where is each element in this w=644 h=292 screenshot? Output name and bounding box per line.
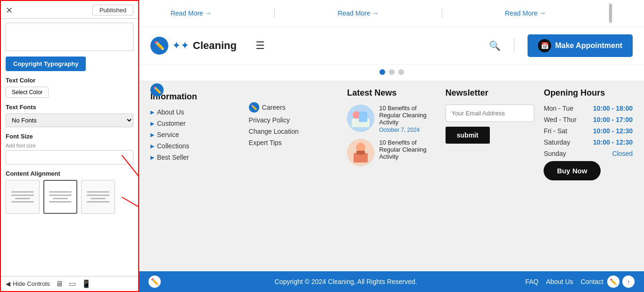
font-size-hint: Add font size <box>6 143 133 148</box>
section-edit-icon[interactable]: ✏️ <box>150 83 164 97</box>
mobile-icon[interactable]: 📱 <box>82 279 91 288</box>
newsletter-email-input[interactable] <box>446 105 535 122</box>
footer-section: ✏️ Information ▶About Us ▶Customer ▶Serv… <box>139 81 644 271</box>
news-image-2 <box>347 139 374 166</box>
bottom-link-about[interactable]: About Us <box>546 278 573 285</box>
logo-icon: ✏️ <box>150 37 168 55</box>
hours-row-5: Sunday Closed <box>544 150 633 157</box>
text-color-label: Text Color <box>6 77 133 84</box>
bottom-link-contact[interactable]: Contact <box>581 278 603 285</box>
main-content: Read More → Read More → Read More → ✏️ ✦… <box>139 0 644 292</box>
alignment-row <box>6 180 133 214</box>
news-date-1: October 7, 2024 <box>379 127 436 133</box>
align-center-button[interactable] <box>43 180 77 214</box>
desktop-icon[interactable]: 🖥 <box>56 280 63 288</box>
pencil-icon: ✏️ <box>151 278 159 285</box>
logo-text: Cleaning <box>193 40 237 52</box>
copyright-text: Copyright © 2024 Cleaning, All Rights Re… <box>166 278 525 285</box>
bottom-edit-circle[interactable]: ✏️ <box>607 276 619 288</box>
newsletter-title: Newsletter <box>446 88 535 98</box>
panel-top-bar: ✕ Published <box>1 1 138 19</box>
svg-rect-5 <box>359 112 367 122</box>
published-button[interactable]: Published <box>92 5 133 16</box>
footer-link-collections[interactable]: ▶Collections <box>150 142 239 150</box>
footer-link-about[interactable]: ▶About Us <box>150 108 239 116</box>
select-color-button[interactable]: Select Color <box>6 87 49 98</box>
latest-news-title: Latest News <box>347 88 436 98</box>
panel-textarea[interactable] <box>6 23 133 51</box>
newsletter-col: Newsletter submit <box>446 88 535 267</box>
hours-label-4: Saturday <box>544 138 570 146</box>
footer-link-bestseller[interactable]: ▶Best Seller <box>150 154 239 161</box>
hide-controls-icon: ◀ <box>6 280 10 287</box>
hours-closed-5: Closed <box>612 150 633 157</box>
font-size-input[interactable] <box>6 150 133 164</box>
hours-row-2: Wed - Thur 10:00 - 17:00 <box>544 116 633 123</box>
dot-3[interactable] <box>398 69 404 75</box>
up-arrow-icon: ↑ <box>627 278 630 285</box>
readmore-link-2[interactable]: Read More → <box>338 9 379 17</box>
newsletter-submit-button[interactable]: submit <box>446 127 490 144</box>
information-title: Information <box>150 92 239 102</box>
align-right-button[interactable] <box>81 180 115 214</box>
hamburger-icon[interactable]: ☰ <box>256 40 265 52</box>
footer-link-careers[interactable]: ✏️ Careers <box>249 102 338 113</box>
divider-1 <box>274 8 275 18</box>
search-icon[interactable]: 🔍 <box>489 40 501 51</box>
hours-time-1: 10:00 - 18:00 <box>593 105 633 112</box>
hours-row-3: Fri - Sat 10:00 - 12:30 <box>544 127 633 135</box>
bottom-links: FAQ About Us Contact <box>525 278 603 285</box>
scrollbar[interactable] <box>609 3 612 24</box>
hide-controls-label: Hide Controls <box>13 280 50 287</box>
opening-hours-title: Opening Hours <box>544 88 633 98</box>
navbar: ✏️ ✦✦ Cleaning ☰ 🔍 📅 Make Appointment <box>139 27 644 65</box>
calendar-icon: 📅 <box>538 39 551 52</box>
bottom-up-circle[interactable]: ↑ <box>622 276 635 288</box>
nav-divider <box>514 39 514 53</box>
hours-time-4: 10:00 - 12:30 <box>593 138 633 146</box>
make-appointment-label: Make Appointment <box>555 41 622 50</box>
left-panel: ✕ Published Copyright Typography Text Co… <box>0 0 139 292</box>
align-left-button[interactable] <box>6 180 40 214</box>
close-icon[interactable]: ✕ <box>6 5 13 16</box>
dot-2[interactable] <box>389 69 395 75</box>
logo-stars: ✦✦ <box>172 40 189 52</box>
hide-controls-button[interactable]: ◀ Hide Controls <box>6 280 50 287</box>
tablet-icon[interactable]: ▭ <box>69 279 76 288</box>
bottom-link-faq[interactable]: FAQ <box>525 278 538 285</box>
readmore-link-3[interactable]: Read More → <box>505 9 546 17</box>
hours-time-2: 10:00 - 17:00 <box>593 116 633 123</box>
svg-rect-9 <box>356 151 365 154</box>
content-alignment-label: Content Alignment <box>6 170 133 177</box>
text-fonts-label: Text Fonts <box>6 104 133 111</box>
copyright-typography-button[interactable]: Copyright Typography <box>6 57 86 71</box>
news-item-2: 10 Benefits of Regular Cleaning Activity <box>347 139 436 166</box>
panel-bottom: ◀ Hide Controls 🖥 ▭ 📱 <box>1 276 138 291</box>
make-appointment-button[interactable]: 📅 Make Appointment <box>528 34 633 57</box>
fonts-select[interactable]: No Fonts <box>6 114 133 127</box>
readmore-link-1[interactable]: Read More → <box>171 9 212 17</box>
hours-label-2: Wed - Thur <box>544 116 577 123</box>
opening-hours-col: Opening Hours Mon - Tue 10:00 - 18:00 We… <box>544 88 633 267</box>
hours-label-3: Fri - Sat <box>544 127 567 135</box>
bottom-edit-icon: ✏️ <box>610 278 617 285</box>
panel-content: Copyright Typography Text Color Select C… <box>1 19 138 276</box>
latest-news-col: Latest News 10 Benefits of Regular Clean… <box>347 88 436 267</box>
footer-link-service[interactable]: ▶Service <box>150 131 239 138</box>
hours-row-1: Mon - Tue 10:00 - 18:00 <box>544 105 633 112</box>
readmore-bar: Read More → Read More → Read More → <box>139 0 644 27</box>
bottom-pencil-icon[interactable]: ✏️ <box>149 276 161 288</box>
font-size-label: Font Size <box>6 133 133 140</box>
footer-link-privacy[interactable]: Privacy Policy <box>249 116 338 124</box>
buy-now-button[interactable]: Buy Now <box>544 161 600 180</box>
dot-1[interactable] <box>380 69 385 75</box>
pencil-icon-careers: ✏️ <box>249 102 259 113</box>
footer-link-expert-tips[interactable]: Expert Tips <box>249 139 338 146</box>
hours-label-5: Sunday <box>544 150 566 157</box>
footer-link-customer[interactable]: ▶Customer <box>150 120 239 127</box>
information-col2: ✏️ Careers Privacy Policy Change Locatio… <box>249 88 338 267</box>
hours-time-3: 10:00 - 12:30 <box>593 127 633 135</box>
news-image-1 <box>347 105 374 132</box>
footer-link-change-location[interactable]: Change Location <box>249 128 338 135</box>
information-col: Information ▶About Us ▶Customer ▶Service… <box>150 88 239 267</box>
